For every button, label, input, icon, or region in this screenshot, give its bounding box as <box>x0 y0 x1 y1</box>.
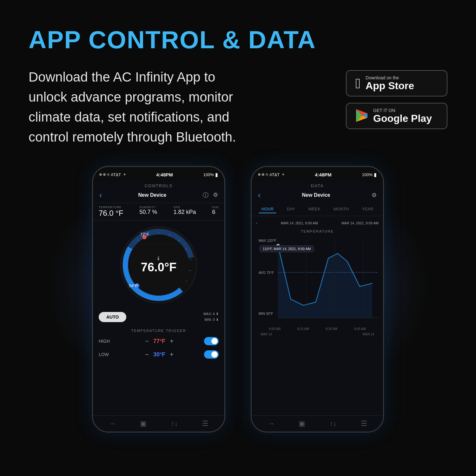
high-toggle[interactable] <box>204 337 219 345</box>
date-start: MAR 14, 2021, 8:00 AM <box>281 221 318 225</box>
settings-icon[interactable]: ⚙ <box>213 191 218 199</box>
vpd-sensor: VPD 1.82 kPa <box>174 206 196 218</box>
trigger-controls-low: − 30°F + <box>145 351 174 358</box>
data-screen-title: DATA <box>252 183 383 188</box>
phone2-carrier: AT&T <box>269 172 280 177</box>
info-icon[interactable]: ⓘ <box>203 191 208 199</box>
humidity-sensor: HUMIDITY 50.7 % <box>140 206 157 218</box>
chart-tooltip: 110°F, MAR 14, 2021, 8:00 AM <box>259 245 314 252</box>
svg-text:77°F: 77°F <box>140 232 149 237</box>
battery-icon: ▮ <box>215 172 218 178</box>
google-play-icon <box>355 109 368 123</box>
min-value: MIN: 0 ⬇ <box>203 317 219 323</box>
nav-icon-settings[interactable]: ☰ <box>202 420 208 428</box>
time-tabs: HOUR DAY WEEK MONTH YEAR <box>252 203 383 216</box>
nav-icon-controls-2[interactable]: ▣ <box>299 420 305 428</box>
trigger-row-low: LOW − 30°F + <box>99 350 219 359</box>
tab-day[interactable]: DAY <box>284 205 298 213</box>
phone1-bottom-nav: → ▣ ↑↓ ☰ <box>93 415 224 432</box>
phone2-battery: 100% ▮ <box>362 172 377 178</box>
tab-week[interactable]: WEEK <box>306 205 323 213</box>
top-section: Download the AC Infinity App to unlock a… <box>29 67 447 147</box>
low-temp-value: 30°F <box>153 351 165 358</box>
low-plus-button[interactable]: + <box>170 351 174 358</box>
description-text: Download the AC Infinity App to unlock a… <box>29 67 241 147</box>
sensor-bar: TEMPERTURE 76.0 °F HUMIDITY 50.7 % VPD 1… <box>93 203 224 221</box>
fan-sensor: FAN 6 <box>212 206 219 218</box>
low-minus-button[interactable]: − <box>145 351 149 358</box>
phone1-device-name: New Device <box>138 192 167 198</box>
phone2-signal: AT&T ⌖ <box>258 172 284 177</box>
phone1-frame: AT&T ⌖ 4:48PM 100% ▮ CONTROLS ‹ New Devi… <box>92 166 225 433</box>
tab-hour[interactable]: HOUR <box>259 205 276 213</box>
gauge-svg: 77°F 54°F 🌡 76.0°F <box>117 224 200 306</box>
googleplay-button[interactable]: GET IT ON Google Play <box>346 103 447 129</box>
trigger-controls-high: − 77°F + <box>145 338 174 345</box>
googleplay-big-text: Google Play <box>373 113 432 124</box>
trigger-label-high: HIGH <box>99 339 115 344</box>
appstore-button[interactable]:  Download on the App Store <box>346 70 447 96</box>
low-toggle[interactable] <box>204 350 219 359</box>
page-title: APP CONTROL & DATA <box>29 25 447 54</box>
gauge-container: 77°F 54°F 🌡 76.0°F <box>93 224 224 306</box>
data-settings-icon[interactable]: ⚙ <box>372 192 377 199</box>
phone1-battery: 100% ▮ <box>203 172 218 178</box>
auto-button[interactable]: AUTO <box>99 312 126 322</box>
max-min-display: MAX: 6 ⬆ MIN: 0 ⬇ <box>203 311 219 322</box>
nav-icon-data-2[interactable]: ↑↓ <box>330 420 337 428</box>
tab-month[interactable]: MONTH <box>331 205 351 213</box>
date-back-icon[interactable]: ‹ <box>256 221 257 225</box>
svg-text:54°F: 54°F <box>129 283 138 288</box>
trigger-label-low: LOW <box>99 352 115 357</box>
svg-text:76.0°F: 76.0°F <box>141 261 176 274</box>
humidity-value: 50.7 % <box>140 209 157 215</box>
phones-section: AT&T ⌖ 4:48PM 100% ▮ CONTROLS ‹ New Devi… <box>29 166 447 433</box>
svg-text:MIN 30°F: MIN 30°F <box>259 312 273 315</box>
phone2-wifi-icon: ⌖ <box>282 172 284 177</box>
back-icon[interactable]: ‹ <box>99 191 102 200</box>
date-end: MAR 14, 2021, 9:00 AM <box>341 221 379 225</box>
vpd-value: 1.82 kPa <box>174 209 196 215</box>
svg-marker-28 <box>278 246 372 318</box>
svg-text:AVG 75°F: AVG 75°F <box>259 271 274 274</box>
x-label-4: 8:45 AM <box>354 327 366 331</box>
data-header: DATA <box>252 181 383 189</box>
phone1-time: 4:48PM <box>156 172 173 177</box>
nav-icon-home-2[interactable]: → <box>268 420 274 428</box>
googleplay-text: GET IT ON Google Play <box>373 108 432 124</box>
signal-dot <box>103 173 106 176</box>
data-back-icon[interactable]: ‹ <box>258 191 261 200</box>
phone1-carrier: AT&T <box>111 172 121 177</box>
nav-icon-controls[interactable]: ▣ <box>140 420 147 428</box>
phone2-screen: DATA ‹ New Device ⚙ HOUR DAY WEEK MONTH … <box>252 181 383 433</box>
signal-dot <box>262 173 264 176</box>
controls-title: CONTROLS <box>93 183 224 188</box>
fan-label: FAN <box>212 206 219 209</box>
controls-nav: ‹ New Device ⓘ ⚙ <box>93 189 224 203</box>
temp-label: TEMPERTURE <box>99 206 123 209</box>
signal-dot <box>266 173 268 176</box>
chart-x-labels: 8:00 AM 8:15 AM 8:30 AM 8:45 AM <box>256 326 379 332</box>
nav-icon-data[interactable]: ↑↓ <box>171 420 178 428</box>
tab-year[interactable]: YEAR <box>360 205 376 213</box>
date-label-end: MAR 14 <box>363 333 374 336</box>
phone2-device-name: New Device <box>302 192 330 198</box>
chart-label: TEMPERATURE <box>252 229 383 233</box>
nav-icon-home[interactable]: → <box>109 420 116 428</box>
svg-text:MAX 120°F: MAX 120°F <box>259 239 276 242</box>
humidity-label: HUMIDITY <box>140 206 157 209</box>
signal-dot <box>258 173 261 176</box>
nav-icon-settings-2[interactable]: ☰ <box>361 420 367 428</box>
signal-dot <box>99 173 102 176</box>
temp-sensor: TEMPERTURE 76.0 °F <box>99 206 123 218</box>
data-nav: ‹ New Device ⚙ <box>252 189 383 203</box>
auto-row: AUTO MAX: 6 ⬆ MIN: 0 ⬇ <box>93 309 224 324</box>
appstore-small-text: Download on the <box>366 75 414 80</box>
high-temp-value: 77°F <box>153 338 165 345</box>
high-plus-button[interactable]: + <box>170 338 174 345</box>
date-range: ‹ MAR 14, 2021, 8:00 AM MAR 14, 2021, 9:… <box>252 219 383 227</box>
phone1-signal: AT&T ⌖ <box>99 172 126 177</box>
vpd-label: VPD <box>174 206 196 209</box>
date-label-start: MAR 14 <box>261 333 272 336</box>
high-minus-button[interactable]: − <box>145 338 149 345</box>
